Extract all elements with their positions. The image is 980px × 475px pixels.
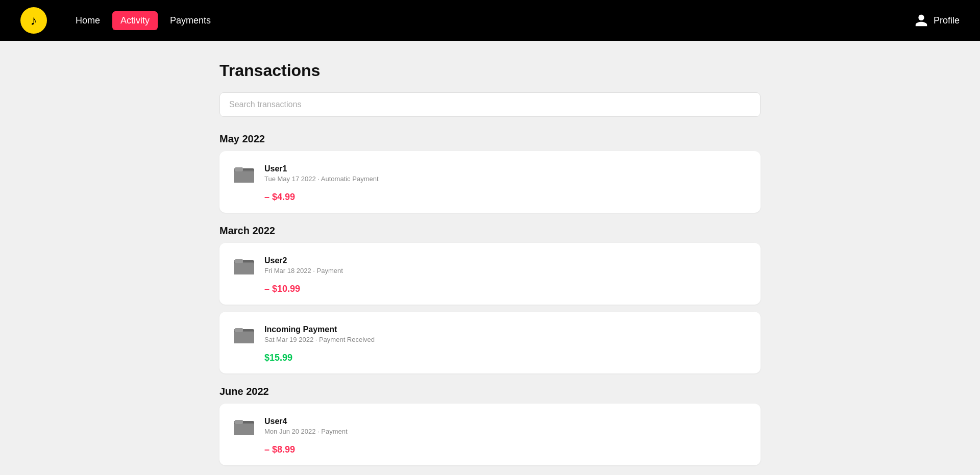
svg-rect-18 xyxy=(234,424,254,435)
transaction-top-row: User1Tue May 17 2022 · Automatic Payment xyxy=(232,161,748,186)
transaction-info: Incoming PaymentSat Mar 19 2022 · Paymen… xyxy=(264,325,748,343)
transaction-name: User1 xyxy=(264,164,748,173)
transaction-section: June 2022 User4Mon Jun 20 2022 · Payment… xyxy=(219,386,761,465)
transaction-avatar-icon xyxy=(232,253,256,278)
folder-icon xyxy=(232,322,256,346)
page-title: Transactions xyxy=(219,61,761,80)
section-month-label: June 2022 xyxy=(219,386,761,397)
svg-rect-13 xyxy=(234,332,254,343)
transaction-meta: Fri Mar 18 2022 · Payment xyxy=(264,267,748,274)
transaction-card[interactable]: User4Mon Jun 20 2022 · Payment– $8.99 xyxy=(219,404,761,465)
svg-rect-9 xyxy=(235,259,243,263)
profile-icon xyxy=(914,13,928,28)
folder-icon xyxy=(232,253,256,278)
transaction-section: March 2022 User2Fri Mar 18 2022 · Paymen… xyxy=(219,225,761,373)
sections-container: May 2022 User1Tue May 17 2022 · Automati… xyxy=(219,133,761,465)
profile-label: Profile xyxy=(934,15,960,26)
transaction-info: User4Mon Jun 20 2022 · Payment xyxy=(264,417,748,435)
svg-rect-19 xyxy=(235,420,243,424)
transaction-avatar-icon xyxy=(232,161,256,186)
folder-icon xyxy=(232,414,256,438)
transaction-amount: $15.99 xyxy=(232,353,748,363)
transaction-meta: Mon Jun 20 2022 · Payment xyxy=(264,428,748,435)
logo-button[interactable]: ♪ xyxy=(20,7,47,34)
transaction-amount: – $10.99 xyxy=(232,284,748,294)
transaction-meta: Tue May 17 2022 · Automatic Payment xyxy=(264,175,748,183)
transaction-name: Incoming Payment xyxy=(264,325,748,334)
transaction-amount: – $8.99 xyxy=(232,444,748,455)
transaction-meta: Sat Mar 19 2022 · Payment Received xyxy=(264,336,748,343)
transaction-card[interactable]: User1Tue May 17 2022 · Automatic Payment… xyxy=(219,151,761,213)
tiktok-icon: ♪ xyxy=(31,13,37,29)
navbar: ♪ Home Activity Payments Profile xyxy=(0,0,980,41)
main-content: Transactions May 2022 User1Tue May 17 20… xyxy=(209,41,771,475)
transaction-info: User2Fri Mar 18 2022 · Payment xyxy=(264,256,748,274)
transaction-name: User2 xyxy=(264,256,748,265)
transaction-card[interactable]: User2Fri Mar 18 2022 · Payment– $10.99 xyxy=(219,243,761,305)
svg-rect-4 xyxy=(235,167,243,171)
profile-link[interactable]: Profile xyxy=(914,13,960,28)
svg-rect-14 xyxy=(235,328,243,332)
transaction-section: May 2022 User1Tue May 17 2022 · Automati… xyxy=(219,133,761,213)
transaction-top-row: User2Fri Mar 18 2022 · Payment xyxy=(232,253,748,278)
search-input[interactable] xyxy=(219,92,761,117)
transaction-info: User1Tue May 17 2022 · Automatic Payment xyxy=(264,164,748,183)
nav-links: Home Activity Payments xyxy=(67,11,894,30)
nav-activity[interactable]: Activity xyxy=(112,11,158,30)
nav-payments[interactable]: Payments xyxy=(162,11,219,30)
transaction-name: User4 xyxy=(264,417,748,426)
transaction-top-row: User4Mon Jun 20 2022 · Payment xyxy=(232,414,748,438)
transaction-amount: – $4.99 xyxy=(232,192,748,203)
transaction-card[interactable]: Incoming PaymentSat Mar 19 2022 · Paymen… xyxy=(219,312,761,373)
folder-icon xyxy=(232,161,256,186)
transaction-avatar-icon xyxy=(232,322,256,346)
nav-home[interactable]: Home xyxy=(67,11,108,30)
section-month-label: May 2022 xyxy=(219,133,761,145)
svg-rect-3 xyxy=(234,171,254,183)
transaction-avatar-icon xyxy=(232,414,256,438)
section-month-label: March 2022 xyxy=(219,225,761,237)
svg-rect-8 xyxy=(234,263,254,274)
transaction-top-row: Incoming PaymentSat Mar 19 2022 · Paymen… xyxy=(232,322,748,346)
